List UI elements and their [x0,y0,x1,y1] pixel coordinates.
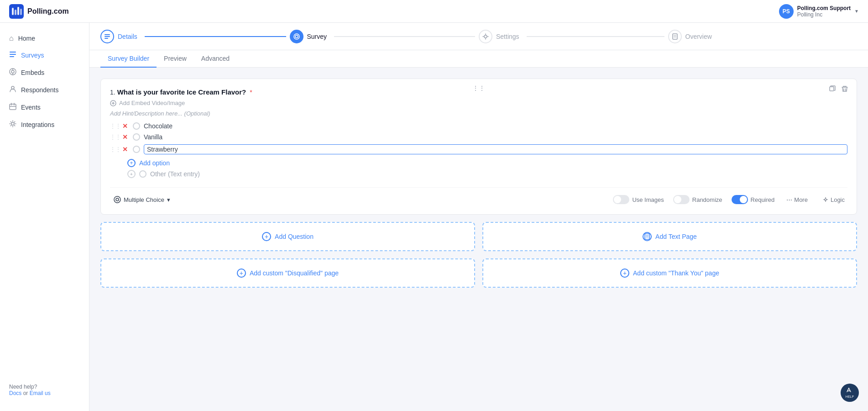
embed-add-label: Add Embed Video/Image [119,100,185,106]
user-name: Polling.com Support [797,5,851,11]
wizard-step-survey[interactable]: Survey [290,30,479,43]
other-radio [139,170,146,178]
add-thank-you-page-button[interactable]: + Add custom "Thank You" page [482,258,857,288]
option-drag-handle[interactable]: ⋮⋮ [110,146,117,153]
option-radio-1 [133,122,140,130]
thank-you-page-icon: + [620,269,629,278]
drag-handle[interactable]: ⋮⋮ [472,84,485,92]
wizard-step-settings[interactable]: Settings [479,30,668,43]
svg-rect-24 [673,34,677,39]
user-info: Polling.com Support Polling Inc [797,5,851,18]
randomize-control: Randomize [673,195,722,204]
sidebar-item-label: Home [18,35,35,42]
wizard-step-details[interactable]: Details [100,30,290,43]
tab-survey-builder[interactable]: Survey Builder [100,50,157,68]
option-row-2: ⋮⋮ ✕ Vanilla [110,133,847,141]
tab-preview[interactable]: Preview [157,50,194,68]
option-row-1: ⋮⋮ ✕ Chocolate [110,122,847,130]
required-toggle[interactable] [732,195,748,204]
other-row[interactable]: + Other (Text entry) [127,170,847,178]
sidebar-item-label: Events [21,104,41,111]
option-text-2: Vanilla [144,133,847,141]
logic-button[interactable]: Logic [820,195,847,205]
add-buttons-row: + Add Question Add Text Page [100,222,857,251]
question-type-button[interactable]: Multiple Choice ▾ [110,194,174,205]
type-chevron: ▾ [167,196,170,203]
svg-point-23 [484,35,487,38]
option-radio-2 [133,133,140,141]
overview-step-icon [668,30,682,43]
avatar: PS [779,4,794,19]
user-org: Polling Inc [797,11,851,18]
sidebar-item-label: Respondents [21,86,59,94]
settings-step-label: Settings [496,33,519,40]
option-drag-handle[interactable]: ⋮⋮ [110,134,117,140]
svg-point-21 [294,34,299,39]
delete-button[interactable] [840,84,849,95]
sidebar-item-label: Embeds [21,69,44,76]
required-control: Required [732,195,775,204]
sidebar-item-embeds[interactable]: Embeds [0,64,89,81]
hint-description[interactable]: Add Hint/Description here... (Optional) [110,110,847,117]
embed-add[interactable]: Add Embed Video/Image [110,100,847,106]
option-radio-3 [133,146,140,153]
wizard-bar: Details Survey Settings [89,23,868,50]
sidebar-item-surveys[interactable]: Surveys [0,47,89,64]
randomize-toggle[interactable] [673,195,690,204]
disqualified-page-label: Add custom "Disqualified" page [250,269,339,277]
logo-icon [9,4,24,19]
svg-point-32 [116,198,119,201]
svg-rect-19 [105,36,110,37]
add-question-icon: + [262,232,271,241]
svg-rect-3 [17,7,19,15]
logo[interactable]: Polling.com [9,4,69,19]
wizard-step-overview[interactable]: Overview [668,30,858,43]
sidebar-item-integrations[interactable]: Integrations [0,116,89,133]
svg-point-22 [295,35,298,38]
add-option-row[interactable]: + Add option [127,159,847,167]
question-card: ⋮⋮ 1. What is your favorite Ice Cream Fl… [100,79,857,215]
more-label: More [794,196,808,203]
svg-rect-7 [10,56,14,57]
more-button[interactable]: ⋯ More [784,195,810,205]
sidebar-item-respondents[interactable]: Respondents [0,81,89,99]
add-question-button[interactable]: + Add Question [100,222,475,251]
required-star: * [250,89,252,96]
option-drag-handle[interactable]: ⋮⋮ [110,123,117,129]
email-link[interactable]: Email us [30,390,51,396]
svg-point-12 [11,86,14,89]
add-text-page-button[interactable]: Add Text Page [482,222,857,251]
option-delete-2[interactable]: ✕ [121,133,129,141]
tab-advanced[interactable]: Advanced [194,50,237,68]
add-disqualified-page-button[interactable]: + Add custom "Disqualified" page [100,258,475,288]
option-delete-3[interactable]: ✕ [121,146,129,153]
integrations-icon [9,120,16,129]
use-images-toggle[interactable] [613,195,629,204]
duplicate-button[interactable] [827,84,837,95]
sidebar-item-label: Integrations [21,121,54,128]
svg-rect-27 [830,87,834,91]
embeds-icon [9,68,16,77]
settings-step-icon [479,30,492,43]
svg-point-9 [11,70,14,73]
help-button[interactable]: HELP [841,384,859,402]
option-delete-1[interactable]: ✕ [121,122,129,130]
sidebar-item-events[interactable]: Events [0,99,89,116]
sidebar-item-home[interactable]: ⌂ Home [0,30,89,47]
option-row-3: ⋮⋮ ✕ [110,144,847,154]
option-input-3[interactable] [144,144,847,154]
svg-rect-2 [15,10,16,15]
step-line-2 [334,36,475,37]
svg-rect-33 [645,234,649,239]
card-footer: Multiple Choice ▾ Use Images Randomize [110,187,847,205]
add-text-page-icon [643,232,652,241]
details-step-label: Details [118,33,137,40]
docs-link[interactable]: Docs [9,390,21,396]
other-label: Other (Text entry) [150,170,200,178]
sidebar-item-label: Surveys [21,52,44,59]
step-line-1 [145,36,286,37]
sidebar-nav: ⌂ Home Surveys Embeds Respondents [0,30,89,376]
thank-you-page-label: Add custom "Thank You" page [633,269,719,277]
events-icon [9,103,16,112]
chevron-down-icon[interactable]: ▼ [854,9,859,14]
